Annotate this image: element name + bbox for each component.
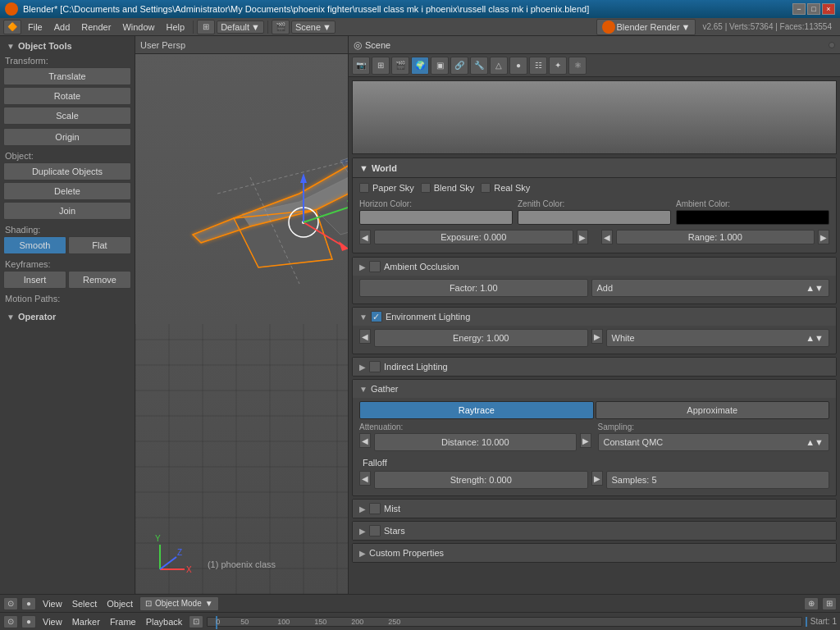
translate-button[interactable]: Translate [3, 67, 131, 85]
viewport-canvas[interactable]: X Y Z (1) phoenix class [135, 54, 348, 594]
scene-settings-icon[interactable]: 🎬 [391, 57, 409, 75]
menu-add[interactable]: Add [49, 21, 75, 34]
strength-increase-button[interactable]: ▶ [591, 471, 603, 486]
particles-icon[interactable]: ✦ [549, 57, 567, 75]
mode-selector[interactable]: ⊡ Object Mode ▼ [139, 596, 219, 611]
menu-window[interactable]: Window [117, 21, 159, 34]
real-sky-option[interactable]: Real Sky [481, 183, 530, 193]
range-field[interactable]: Range: 1.000 [616, 230, 815, 244]
blend-sky-option[interactable]: Blend Sky [421, 183, 475, 193]
layout-selector[interactable]: Default ▼ [217, 21, 264, 34]
smooth-button[interactable]: Smooth [3, 236, 66, 254]
env-color-dropdown[interactable]: White ▲▼ [606, 329, 830, 347]
material-icon[interactable]: ● [509, 57, 527, 75]
energy-increase-button[interactable]: ▶ [591, 329, 603, 344]
gather-header[interactable]: ▼ Gather [353, 380, 836, 398]
remove-button[interactable]: Remove [68, 271, 131, 289]
engine-selector[interactable]: Blender Render ▼ [596, 19, 696, 35]
render-settings-icon[interactable]: 📷 [352, 57, 370, 75]
maximize-button[interactable]: □ [807, 3, 820, 15]
mist-header[interactable]: ▶ Mist [353, 500, 836, 518]
exposure-field[interactable]: Exposure: 0.000 [374, 230, 573, 244]
scale-button[interactable]: Scale [3, 107, 131, 125]
delete-button[interactable]: Delete [3, 182, 131, 200]
blend-sky-checkbox[interactable] [421, 183, 431, 193]
object-settings-icon[interactable]: ▣ [431, 57, 449, 75]
timeline-marker-menu[interactable]: Marker [69, 617, 103, 627]
flat-button[interactable]: Flat [68, 236, 131, 254]
ao-type-dropdown[interactable]: Add ▲▼ [591, 279, 830, 297]
ambient-occlusion-header[interactable]: ▶ Ambient Occlusion [353, 258, 836, 276]
exposure-decrease-button[interactable]: ◀ [359, 230, 371, 244]
indirect-lighting-header[interactable]: ▶ Indirect Lighting [353, 358, 836, 376]
ambient-color-swatch[interactable] [676, 210, 829, 225]
insert-button[interactable]: Insert [3, 271, 66, 289]
range-decrease-button[interactable]: ◀ [601, 230, 613, 244]
sampling-dropdown[interactable]: Constant QMC ▲▼ [598, 433, 830, 451]
origin-button[interactable]: Origin [3, 128, 131, 146]
ao-factor-field[interactable]: Factor: 1.00 [359, 279, 588, 297]
operator-header[interactable]: ▼ Operator [3, 310, 131, 323]
modifiers-icon[interactable]: 🔧 [470, 57, 488, 75]
strength-field[interactable]: Strength: 0.000 [374, 471, 588, 489]
viewport-snap-btn[interactable]: ⊞ [822, 597, 837, 610]
energy-decrease-button[interactable]: ◀ [359, 329, 371, 344]
raytrace-tab[interactable]: Raytrace [359, 401, 594, 419]
constraints-icon[interactable]: 🔗 [450, 57, 468, 75]
real-sky-checkbox[interactable] [481, 183, 491, 193]
menu-file[interactable]: File [23, 21, 48, 34]
range-increase-button[interactable]: ▶ [818, 230, 829, 244]
stars-checkbox[interactable] [369, 525, 381, 536]
data-icon[interactable]: △ [490, 57, 508, 75]
ao-checkbox[interactable] [369, 261, 381, 272]
env-energy-field[interactable]: Energy: 1.000 [374, 329, 588, 347]
physics-icon[interactable]: ⚛ [568, 57, 587, 75]
render-layers-icon[interactable]: ⊞ [372, 57, 390, 75]
view-menu[interactable]: View [39, 599, 66, 609]
rotate-button[interactable]: Rotate [3, 87, 131, 105]
timeline-frame-menu[interactable]: Frame [107, 617, 139, 627]
indirect-checkbox[interactable] [369, 361, 381, 372]
menu-render[interactable]: Render [76, 21, 116, 34]
props-content[interactable]: ▼ World Paper Sky Blend Sky [349, 77, 840, 594]
join-button[interactable]: Join [3, 202, 131, 220]
viewport[interactable]: User Persp [135, 36, 348, 594]
distance-decrease-button[interactable]: ◀ [359, 433, 371, 448]
custom-properties-header[interactable]: ▶ Custom Properties [353, 544, 836, 562]
timeline-icon-btn[interactable]: ⊙ [3, 597, 18, 610]
env-checkbox[interactable]: ✓ [371, 311, 382, 322]
samples-field[interactable]: Samples: 5 [606, 471, 830, 489]
timeline-view-menu[interactable]: View [39, 617, 66, 627]
scene-icon-btn[interactable]: 🎬 [272, 20, 290, 34]
world-section-header[interactable]: ▼ World [353, 158, 836, 178]
timeline-record-btn[interactable]: ● [21, 597, 36, 610]
timeline-record-btn[interactable]: ● [21, 615, 36, 628]
object-tools-header[interactable]: ▼ Object Tools [3, 39, 131, 52]
approximate-tab[interactable]: Approximate [596, 401, 830, 419]
menu-help[interactable]: Help [162, 21, 190, 34]
distance-increase-button[interactable]: ▶ [580, 433, 591, 448]
world-settings-icon[interactable]: 🌍 [411, 57, 429, 75]
horizon-color-swatch[interactable] [359, 210, 513, 225]
close-button[interactable]: × [822, 3, 835, 15]
layout-icon[interactable]: ⊞ [197, 20, 215, 34]
scene-selector[interactable]: Scene ▼ [291, 21, 336, 34]
timeline-toggle-icon[interactable]: ⊡ [189, 615, 203, 628]
exposure-increase-button[interactable]: ▶ [577, 230, 588, 244]
timeline-playback-menu[interactable]: Playback [143, 617, 186, 627]
duplicate-objects-button[interactable]: Duplicate Objects [3, 162, 131, 180]
mist-checkbox[interactable] [369, 503, 381, 514]
paper-sky-option[interactable]: Paper Sky [359, 183, 414, 193]
zenith-color-swatch[interactable] [518, 210, 671, 225]
object-menu[interactable]: Object [103, 599, 136, 609]
texture-icon[interactable]: ☷ [529, 57, 547, 75]
stars-header[interactable]: ▶ Stars [353, 522, 836, 540]
distance-field[interactable]: Distance: 10.000 [374, 433, 577, 451]
blender-menu-icon[interactable]: 🔶 [3, 20, 21, 34]
strength-decrease-button[interactable]: ◀ [359, 471, 371, 486]
timeline-track[interactable]: 0 50 100 150 200 250 [207, 617, 801, 627]
minimize-button[interactable]: − [792, 3, 806, 15]
viewport-zoom-btn[interactable]: ⊕ [804, 597, 819, 610]
env-lighting-header[interactable]: ▼ ✓ Environment Lighting [353, 308, 836, 326]
paper-sky-checkbox[interactable] [359, 183, 369, 193]
